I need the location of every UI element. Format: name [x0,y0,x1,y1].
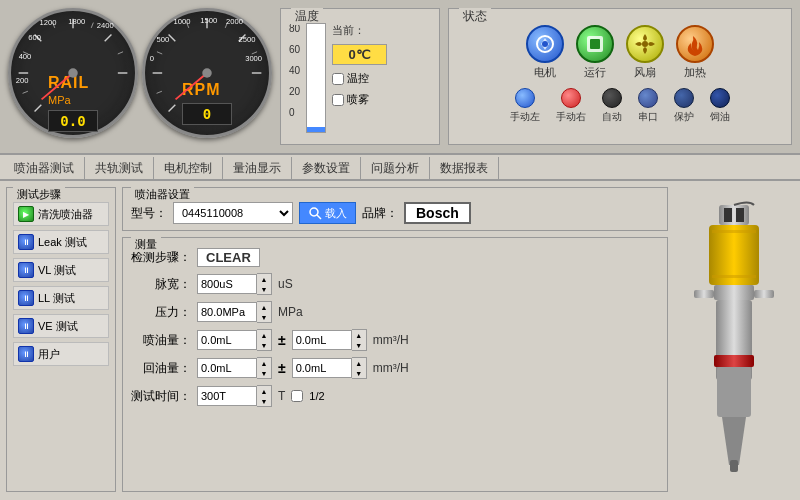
serial-label: 串口 [638,110,658,124]
svg-line-37 [176,73,207,99]
brand-value: Bosch [404,202,471,224]
pause-icon-4: ⏸ [18,346,34,362]
pressure-row: 压力： ▲ ▼ MPa [131,301,659,323]
temp-bar [306,23,326,133]
spray-label: 喷雾 [347,92,369,107]
svg-text:400: 400 [19,52,32,61]
return-oil2-input[interactable] [292,358,352,378]
svg-text:2500: 2500 [238,35,255,44]
inj-vol2-up[interactable]: ▲ [352,330,366,340]
pressure-down-btn[interactable]: ▼ [257,312,271,322]
test-time-up[interactable]: ▲ [257,386,271,396]
svg-text:500: 500 [156,35,169,44]
svg-point-18 [68,68,78,78]
pause-icon-2: ⏸ [18,290,34,306]
return-oil2-down[interactable]: ▼ [352,368,366,378]
test-time-label: 测试时间： [131,388,191,405]
pulse-width-spinner: ▲ ▼ [197,273,272,295]
test-time-spinner: ▲ ▼ [197,385,272,407]
gauge-container: 600 1200 400 1800 200 2400 RAIL MPa 0.0 [8,8,272,145]
tab-oil-display[interactable]: 量油显示 [223,157,292,179]
return-oil-up[interactable]: ▲ [257,358,271,368]
status-section: 状态 电机 运行 风扇 [448,8,792,145]
inj-vol2-down[interactable]: ▼ [352,340,366,350]
svg-rect-52 [754,290,774,298]
injection-vol2-input[interactable] [292,330,352,350]
protect-dot[interactable] [674,88,694,108]
svg-line-4 [105,35,112,42]
fuel-dot[interactable] [710,88,730,108]
svg-point-43 [642,41,648,47]
motor-label: 电机 [534,65,556,80]
temp-current-label: 当前： [332,23,387,38]
fan-icon-item: 风扇 [626,25,664,80]
fan-icon[interactable] [626,25,664,63]
tab-param-settings[interactable]: 参数设置 [292,157,361,179]
svg-text:1800: 1800 [68,17,85,26]
user-btn[interactable]: ⏸ 用户 [13,342,109,366]
injector-settings: 喷油器设置 型号： 0445110008 载入 品牌： Bosch [122,187,668,231]
test-time-down[interactable]: ▼ [257,396,271,406]
svg-point-38 [202,68,212,78]
inj-vol-up[interactable]: ▲ [257,330,271,340]
leak-test-btn[interactable]: ⏸ Leak 测试 [13,230,109,254]
return-oil2-up[interactable]: ▲ [352,358,366,368]
inj-vol-down[interactable]: ▼ [257,340,271,350]
motor-icon[interactable] [526,25,564,63]
tab-problem-analysis[interactable]: 问题分析 [361,157,430,179]
clean-injector-label: 清洗喷油器 [38,207,93,222]
brand-label: 品牌： [362,205,398,222]
auto-dot[interactable] [602,88,622,108]
return-oil-input[interactable] [197,358,257,378]
ve-test-btn[interactable]: ⏸ VE 测试 [13,314,109,338]
model-label: 型号： [131,205,167,222]
pause-icon-0: ⏸ [18,234,34,250]
svg-text:3000: 3000 [245,54,262,63]
clean-injector-btn[interactable]: ▶ 清洗喷油器 [13,202,109,226]
tab-injector-test[interactable]: 喷油器测试 [4,157,85,179]
model-select[interactable]: 0445110008 [173,202,293,224]
injection-vol-input[interactable] [197,330,257,350]
vl-test-btn[interactable]: ⏸ VL 测试 [13,258,109,282]
left-sidebar: 测试步骤 ▶ 清洗喷油器 ⏸ Leak 测试 ⏸ VL 测试 ⏸ LL 测试 ⏸… [6,187,116,492]
pressure-spinner: ▲ ▼ [197,301,272,323]
tab-rail-test[interactable]: 共轨测试 [85,157,154,179]
test-time-input[interactable] [197,386,257,406]
manual-left-label: 手动左 [510,110,540,124]
run-icon[interactable] [576,25,614,63]
pulse-up-btn[interactable]: ▲ [257,274,271,284]
injector-settings-title: 喷油器设置 [131,187,194,202]
motor-icon-item: 电机 [526,25,564,80]
spray-checkbox[interactable] [332,94,344,106]
pressure-up-btn[interactable]: ▲ [257,302,271,312]
pulse-width-unit: uS [278,277,293,291]
svg-rect-51 [694,290,714,298]
heat-icon[interactable] [676,25,714,63]
temp-control-checkbox[interactable] [332,73,344,85]
serial-dot[interactable] [638,88,658,108]
measurement-panel: 测量 检测步骤： CLEAR 脉宽： ▲ ▼ uS [122,237,668,492]
tab-data-report[interactable]: 数据报表 [430,157,499,179]
ll-test-btn[interactable]: ⏸ LL 测试 [13,286,109,310]
heat-label: 加热 [684,65,706,80]
svg-rect-46 [719,205,749,225]
return-oil-down[interactable]: ▼ [257,368,271,378]
nav-tabs: 喷油器测试 共轨测试 电机控制 量油显示 参数设置 问题分析 数据报表 [0,155,800,181]
test-time-unit: T [278,389,285,403]
manual-right-dot[interactable] [561,88,581,108]
pressure-input[interactable] [197,302,257,322]
main-content: 测试步骤 ▶ 清洗喷油器 ⏸ Leak 测试 ⏸ VL 测试 ⏸ LL 测试 ⏸… [0,181,800,498]
svg-rect-58 [712,230,756,233]
tab-motor-control[interactable]: 电机控制 [154,157,223,179]
run-label: 运行 [584,65,606,80]
half-checkbox[interactable] [291,390,303,402]
top-panel: 600 1200 400 1800 200 2400 RAIL MPa 0.0 [0,0,800,155]
manual-left-dot[interactable] [515,88,535,108]
return-oil2-spinner: ▲ ▼ [292,357,367,379]
clear-button[interactable]: CLEAR [197,248,260,267]
svg-line-45 [317,215,321,219]
pulse-down-btn[interactable]: ▼ [257,284,271,294]
load-btn[interactable]: 载入 [299,202,356,224]
load-label: 载入 [325,206,347,221]
pulse-width-input[interactable] [197,274,257,294]
